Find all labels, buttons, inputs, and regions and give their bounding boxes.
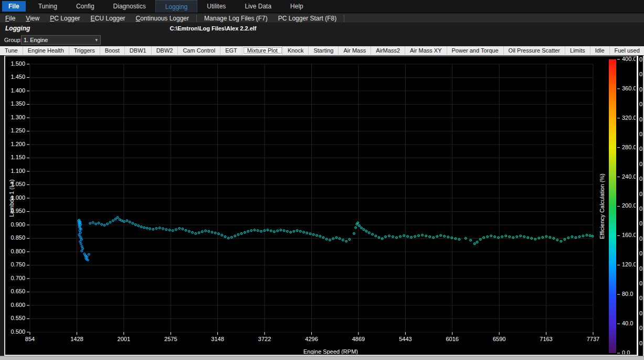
tab-cam-control[interactable]: Cam Control [178, 46, 220, 55]
adjacent-axis-tick-label: 0.0 [639, 295, 644, 301]
scatter-point [123, 220, 125, 222]
tab-oil-pressure-scatter[interactable]: Oil Pressure Scatter [504, 46, 565, 55]
tab-dbw2[interactable]: DBW2 [152, 46, 178, 55]
tab-idle[interactable]: Idle [590, 46, 610, 55]
scatter-point [103, 224, 105, 227]
scatter-point [121, 220, 123, 222]
tab-knock[interactable]: Knock [283, 46, 309, 55]
menu-item-diagnostics[interactable]: Diagnostics [104, 0, 155, 13]
scatter-point [88, 253, 90, 255]
colorbar-tick-label: 200.0 [622, 202, 636, 209]
tab-egt[interactable]: EGT [220, 46, 242, 55]
adjacent-axis-tick-label: 0.0 [639, 146, 644, 152]
scatter-point [418, 234, 420, 236]
tab-triggers[interactable]: Triggers [69, 46, 100, 55]
toolbar-menu-pc-logger[interactable]: PC Logger [45, 15, 85, 22]
scatter-point [82, 248, 84, 250]
chevron-down-icon: ▾ [95, 37, 98, 43]
y-axis-title: Lambda 1 (La) [8, 179, 15, 217]
scatter-point [195, 232, 197, 234]
toolbar-menu-view[interactable]: View [20, 15, 45, 22]
scatter-point [234, 235, 236, 237]
scatter-point [80, 223, 82, 225]
tab-airmass2[interactable]: AirMass2 [371, 46, 405, 55]
group-dropdown[interactable]: 1. Engine ▾ [21, 35, 101, 45]
scatter-point [470, 239, 472, 241]
scatter-point [143, 227, 145, 229]
scatter-point [473, 243, 476, 245]
x-tick-label: 3722 [258, 336, 271, 342]
scatter-point [407, 235, 409, 238]
adjacent-axis-tick-label: 0.0 [639, 340, 644, 346]
scatter-point [273, 231, 276, 233]
scatter-point [432, 236, 435, 239]
toolbar-button-manage-log-files-f7-[interactable]: Manage Log Files (F7) [199, 15, 273, 22]
menu-item-utilites[interactable]: Utilites [197, 0, 235, 13]
menu-item-help[interactable]: Help [281, 0, 313, 13]
tab-power-and-torque[interactable]: Power and Torque [447, 46, 504, 55]
tab-mixture-plot[interactable]: Mixture Plot [242, 46, 283, 55]
scatter-point [357, 222, 359, 224]
adjacent-axis-tick-label: 0.0 [639, 265, 644, 272]
y-tick-label: 0.500 [10, 328, 25, 335]
scatter-point [162, 228, 164, 230]
tab-air-mass-xy[interactable]: Air Mass XY [405, 46, 447, 55]
menu-item-config[interactable]: Config [67, 0, 104, 13]
scatter-point [345, 240, 347, 242]
scatter-point [79, 221, 81, 223]
tab-boost[interactable]: Boost [100, 46, 125, 55]
scatter-point [388, 235, 390, 237]
tab-tune[interactable]: Tune [0, 46, 23, 55]
scatter-point [80, 243, 82, 245]
scatter-point [381, 238, 383, 240]
adjacent-axis-tick-label: 0.0 [639, 250, 644, 256]
scatter-point [198, 232, 200, 234]
toolbar-menu-continuous-logger[interactable]: Continuous Logger [131, 15, 194, 22]
y-tick-label: 1.200 [10, 141, 25, 147]
y-tick-label: 1.300 [10, 114, 25, 120]
colorbar-tick-label: 160.0 [622, 232, 636, 238]
y-tick-label: 1.100 [10, 168, 25, 174]
scatter-point [564, 239, 566, 241]
toolbar-menu-ecu-logger[interactable]: ECU Logger [86, 15, 131, 22]
scatter-point [155, 228, 157, 230]
scatter-point [363, 229, 365, 231]
window-bottom-edge [0, 356, 644, 360]
scatter-point [429, 235, 431, 238]
menu-item-file[interactable]: File [2, 1, 26, 12]
menu-item-tuning[interactable]: Tuning [29, 0, 67, 13]
menu-item-logging[interactable]: Logging [155, 0, 198, 13]
adjacent-axis-tick-label: 0.0 [639, 280, 644, 286]
scatter-point [224, 235, 226, 238]
scatter-point [509, 235, 511, 238]
scatter-point [375, 235, 377, 237]
scatter-point [451, 237, 453, 239]
scatter-point [149, 228, 151, 230]
y-tick-label: 0.600 [10, 302, 25, 308]
adjacent-pane-edge: 0.00.00.00.00.00.00.00.00.00.00.00.00.00… [637, 56, 644, 356]
menu-item-live-data[interactable]: Live Data [235, 0, 281, 13]
toolbar-button-pc-logger-start-f8-[interactable]: PC Logger Start (F8) [273, 15, 342, 22]
tab-starting[interactable]: Starting [309, 46, 339, 55]
adjacent-axis-tick-label: 0.0 [639, 176, 644, 182]
group-dropdown-value: 1. Engine [24, 37, 48, 43]
tab-engine-health[interactable]: Engine Health [23, 46, 69, 55]
toolbar-menu-file[interactable]: File [0, 15, 20, 22]
colorbar-tick-label: 80.0 [622, 291, 633, 297]
scatter-point [538, 237, 540, 239]
scatter-point [286, 230, 288, 232]
tab-fuel-used[interactable]: Fuel used [610, 46, 644, 55]
mixture-plot-chart[interactable]: 0.5000.5500.6000.6500.7000.7500.8000.850… [5, 56, 636, 354]
scatter-point [455, 238, 457, 240]
x-tick-label: 5443 [399, 336, 411, 342]
logging-header: Logging C:\Emtron\Log Files\Alex 2.2.elf [0, 24, 644, 34]
y-tick-label: 0.550 [10, 315, 25, 321]
tab-air-mass[interactable]: Air Mass [339, 46, 371, 55]
scatter-point [385, 235, 387, 238]
tab-dbw1[interactable]: DBW1 [125, 46, 152, 55]
tab-limits[interactable]: Limits [565, 46, 590, 55]
scatter-point [542, 236, 544, 239]
scatter-point [368, 232, 370, 234]
adjacent-axis-tick-label: 0.0 [639, 116, 644, 122]
scatter-point [421, 234, 424, 236]
